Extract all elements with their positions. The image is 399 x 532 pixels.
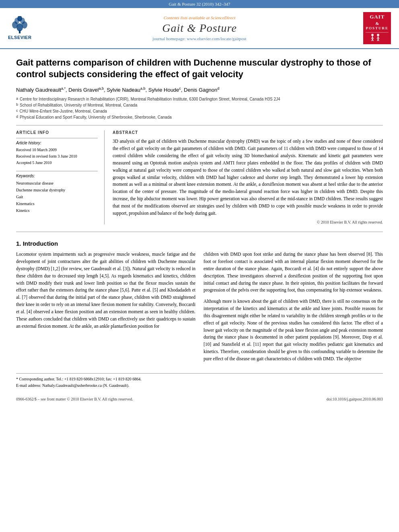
- elsevier-text: ELSEVIER: [8, 35, 31, 40]
- footnotes: * Corresponding author. Tel.: +1 819 820…: [16, 373, 383, 389]
- page-footer: 0966-6362/$ – see front matter © 2010 El…: [16, 397, 383, 401]
- keyword-2: Duchenne muscular dystrophy: [16, 187, 98, 193]
- article-info-header: ARTICLE INFO: [16, 130, 98, 135]
- introduction-body: Locomotor system impairments such as pro…: [16, 251, 383, 366]
- homepage-url[interactable]: www.elsevier.com/locate/gaitpost: [187, 36, 246, 41]
- intro-right-column: children with DMD upon foot strike and d…: [204, 251, 383, 366]
- keyword-3: Gait: [16, 193, 98, 200]
- footer-issn: 0966-6362/$ – see front matter © 2010 El…: [16, 397, 133, 401]
- svg-line-18: [378, 39, 379, 41]
- info-abstract-section: ARTICLE INFO Article history: Received 1…: [16, 130, 383, 224]
- author-gravel: Denis Gravel: [68, 87, 99, 93]
- footnote-email: E-mail address: Nathaly.Gaudreault@usher…: [16, 382, 383, 389]
- introduction-heading: 1. Introduction: [16, 240, 383, 247]
- elsevier-logo: ELSEVIER: [8, 16, 40, 40]
- affiliation-c: c CHU Mère-Enfant Ste-Justine, Montreal,…: [16, 108, 383, 114]
- history-title: Article history:: [16, 141, 98, 145]
- affiliation-b: b School of Rehabilitation, University o…: [16, 102, 383, 108]
- keyword-4: Kinematics: [16, 200, 98, 207]
- divider-top: [16, 125, 383, 125]
- introduction-section: 1. Introduction Locomotor system impairm…: [16, 240, 383, 401]
- history-revised: Received in revised form 3 June 2010: [16, 153, 98, 160]
- author-gagnon: Denis Gagnon: [184, 87, 217, 93]
- keywords-title: Keywords:: [16, 174, 98, 178]
- abstract-column: ABSTRACT 3D analysis of the gait of chil…: [113, 130, 383, 224]
- affiliations: a Centre for Interdisciplinary Research …: [16, 96, 383, 120]
- author-gaudreault: Nathaly Gaudreault: [16, 87, 61, 93]
- intro-para-1: Locomotor system impairments such as pro…: [16, 251, 195, 330]
- journal-citation: Gait & Posture 32 (2010) 342–347: [169, 2, 230, 6]
- sciencedirect-name[interactable]: ScienceDirect: [211, 15, 235, 20]
- author-houde: Sylvie Houde: [148, 87, 179, 93]
- svg-point-7: [371, 34, 374, 36]
- affiliation-d: d Physical Education and Sport Faculty, …: [16, 114, 383, 120]
- gait-posture-logo: GAIT & POSTURE: [359, 12, 391, 44]
- abstract-text: 3D analysis of the gait of children with…: [113, 138, 383, 217]
- gait-logo-line3: POSTURE: [366, 26, 389, 31]
- journal-title: Gait & Posture: [40, 22, 359, 35]
- journal-homepage: journal homepage: www.elsevier.com/locat…: [40, 36, 359, 41]
- intro-para-3: Although more is known about the gait of…: [204, 298, 383, 362]
- divider-middle: [16, 232, 383, 232]
- copyright-line: © 2010 Elsevier B.V. All rights reserved…: [113, 220, 383, 224]
- authors-line: Nathaly Gaudreaulta,*, Denis Gravela,b, …: [16, 86, 383, 93]
- footer-doi: doi:10.1016/j.gaitpost.2010.06.003: [327, 397, 383, 401]
- footnote-corresponding: * Corresponding author. Tel.: +1 819 820…: [16, 376, 383, 382]
- header-center: Contents lists available at ScienceDirec…: [40, 15, 359, 41]
- main-content: Gait patterns comparison of children wit…: [0, 49, 399, 409]
- history-received: Received 10 March 2009: [16, 147, 98, 153]
- article-title: Gait patterns comparison of children wit…: [16, 57, 383, 80]
- affiliation-a: a Centre for Interdisciplinary Research …: [16, 96, 383, 102]
- gait-logo-line1: GAIT: [366, 14, 389, 21]
- intro-left-column: Locomotor system impairments such as pro…: [16, 251, 195, 366]
- journal-header: ELSEVIER Contents lists available at Sci…: [0, 8, 399, 49]
- intro-para-2: children with DMD upon foot strike and d…: [204, 251, 383, 294]
- keywords-section: Keywords: Neuromuscular disease Duchenne…: [16, 171, 98, 214]
- gait-logo-line2: &: [366, 21, 389, 26]
- svg-line-12: [372, 39, 373, 41]
- sciencedirect-link: Contents lists available at ScienceDirec…: [40, 15, 359, 20]
- top-bar: Gait & Posture 32 (2010) 342–347: [0, 0, 399, 8]
- article-info-column: ARTICLE INFO Article history: Received 1…: [16, 130, 105, 224]
- article-history: Article history: Received 10 March 2009 …: [16, 138, 98, 166]
- author-nadeau: Sylvie Nadeau: [107, 87, 140, 93]
- keyword-5: Kinetics: [16, 207, 98, 214]
- history-accepted: Accepted 5 June 2010: [16, 160, 98, 166]
- abstract-header: ABSTRACT: [113, 130, 383, 135]
- keyword-1: Neuromuscular disease: [16, 180, 98, 187]
- svg-point-13: [377, 34, 379, 36]
